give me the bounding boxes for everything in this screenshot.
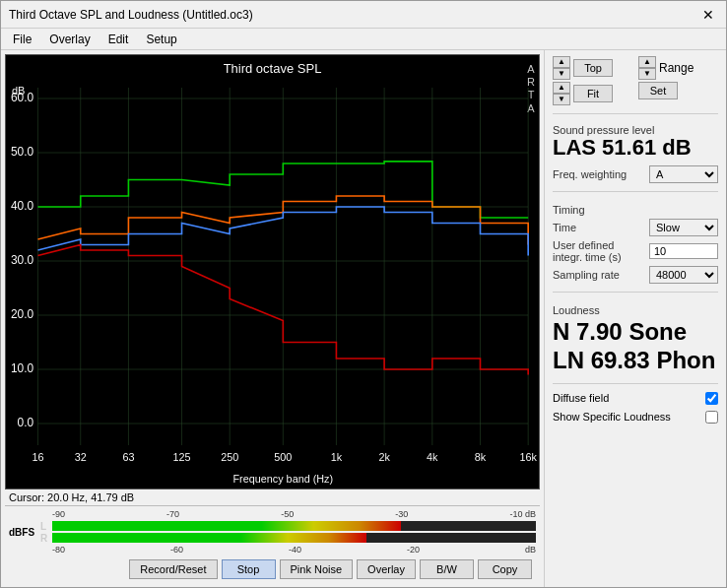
r-channel-label: R — [40, 533, 52, 544]
timing-section-label: Timing — [553, 204, 718, 216]
main-window: Third Octave SPL and Loudness (Untitled.… — [0, 0, 727, 588]
window-title: Third Octave SPL and Loudness (Untitled.… — [9, 8, 253, 22]
tick-l-10: -10 dB — [509, 509, 536, 519]
l-meter-bar — [52, 521, 536, 531]
tick-l-70: -70 — [166, 509, 179, 519]
svg-text:500: 500 — [274, 451, 292, 463]
chart-info-bar: Cursor: 20.0 Hz, 41.79 dB — [5, 490, 540, 505]
set-button[interactable]: Set — [638, 82, 678, 99]
tick-l-50: -50 — [281, 509, 294, 519]
main-content: Third octave SPL A R T A dB — [1, 50, 726, 587]
time-select[interactable]: Fast Slow — [649, 219, 718, 236]
loudness-ln-value: LN 69.83 Phon — [553, 347, 718, 375]
top-down-button[interactable]: ▼ — [553, 68, 570, 80]
range-up-button[interactable]: ▲ — [638, 56, 656, 68]
bottom-buttons: Record/Reset Stop Pink Noise Overlay B/W… — [5, 555, 540, 583]
svg-text:1k: 1k — [331, 451, 343, 463]
svg-text:0.0: 0.0 — [18, 416, 34, 429]
tick-l-30: -30 — [395, 509, 408, 519]
top-up-button[interactable]: ▲ — [553, 56, 570, 68]
diffuse-field-label: Diffuse field — [553, 392, 609, 404]
stop-button[interactable]: Stop — [222, 559, 276, 579]
range-down-button[interactable]: ▼ — [638, 68, 656, 80]
svg-text:125: 125 — [173, 451, 191, 463]
svg-text:8k: 8k — [475, 451, 487, 463]
svg-text:16: 16 — [32, 451, 43, 463]
svg-text:250: 250 — [221, 451, 238, 463]
diffuse-field-checkbox[interactable] — [705, 392, 718, 405]
svg-text:63: 63 — [122, 451, 134, 463]
time-row: Time Fast Slow — [553, 219, 718, 236]
fit-down-button[interactable]: ▼ — [553, 94, 570, 105]
chart-area: Third octave SPL A R T A dB — [1, 50, 544, 587]
show-specific-loudness-checkbox[interactable] — [705, 411, 718, 424]
range-label: Range — [659, 61, 694, 75]
level-meter-section: dBFS -90 -70 -50 -30 -10 dB L — [5, 505, 540, 555]
menu-setup[interactable]: Setup — [138, 31, 184, 48]
chart-svg: 60.0 50.0 40.0 30.0 20.0 10.0 0.0 16 32 … — [6, 55, 539, 489]
r-meter-fill — [52, 533, 366, 543]
close-button[interactable]: ✕ — [698, 5, 718, 25]
tick-r-80: -80 — [52, 545, 65, 555]
sidebar: ▲ ▼ Top ▲ ▼ Range ▲ ▼ — [544, 50, 726, 587]
svg-text:60.0: 60.0 — [11, 91, 33, 104]
diffuse-field-row: Diffuse field — [553, 392, 718, 405]
svg-text:16k: 16k — [519, 451, 537, 463]
fit-up-button[interactable]: ▲ — [553, 82, 570, 94]
svg-text:Frequency band (Hz): Frequency band (Hz) — [233, 473, 334, 485]
svg-text:4k: 4k — [427, 451, 438, 463]
copy-button[interactable]: Copy — [478, 559, 532, 579]
pink-noise-button[interactable]: Pink Noise — [280, 559, 354, 579]
menu-file[interactable]: File — [5, 31, 39, 48]
menu-bar: File Overlay Edit Setup — [1, 29, 726, 50]
bw-button[interactable]: B/W — [420, 559, 474, 579]
top-spin: ▲ ▼ — [553, 56, 570, 80]
l-meter-row: L — [40, 520, 536, 532]
menu-overlay[interactable]: Overlay — [41, 31, 98, 48]
tick-l-90: -90 — [52, 509, 65, 519]
svg-text:20.0: 20.0 — [11, 307, 33, 321]
svg-text:10.0: 10.0 — [11, 361, 33, 375]
fit-button[interactable]: Fit — [573, 85, 613, 102]
time-label: Time — [553, 222, 645, 233]
record-reset-button[interactable]: Record/Reset — [129, 559, 217, 579]
chart-container: Third octave SPL A R T A dB — [5, 54, 540, 490]
title-bar: Third Octave SPL and Loudness (Untitled.… — [1, 1, 726, 29]
r-meter-row: R — [40, 532, 536, 544]
top-button[interactable]: Top — [573, 59, 613, 77]
range-spin: ▲ ▼ — [638, 56, 656, 80]
fit-set-controls: ▲ ▼ Fit Set — [553, 82, 718, 105]
top-range-controls: ▲ ▼ Top ▲ ▼ Range — [553, 56, 718, 80]
freq-weighting-row: Freq. weighting A B C Z — [553, 165, 718, 183]
overlay-button[interactable]: Overlay — [357, 559, 416, 579]
spl-value: LAS 51.61 dB — [553, 136, 718, 160]
user-defined-row: User definedintegr. time (s) 10 — [553, 239, 718, 263]
fit-spin: ▲ ▼ — [553, 82, 570, 105]
menu-edit[interactable]: Edit — [100, 31, 137, 48]
svg-text:32: 32 — [75, 451, 87, 463]
tick-r-60: -60 — [170, 545, 183, 555]
user-defined-input[interactable]: 10 — [649, 243, 718, 259]
loudness-n-value: N 7.90 Sone — [553, 318, 718, 347]
dbfs-label: dBFS — [9, 527, 36, 538]
show-specific-loudness-label: Show Specific Loudness — [553, 411, 671, 423]
loudness-section-label: Loudness — [553, 304, 718, 316]
tick-r-40: -40 — [289, 545, 301, 555]
tick-r-db: dB — [525, 545, 536, 555]
sampling-rate-label: Sampling rate — [553, 269, 645, 281]
cursor-info: Cursor: 20.0 Hz, 41.79 dB — [9, 491, 134, 503]
freq-weighting-select[interactable]: A B C Z — [649, 165, 718, 183]
user-defined-label: User definedintegr. time (s) — [553, 239, 645, 263]
l-meter-fill — [52, 521, 401, 531]
sampling-rate-select[interactable]: 44100 48000 96000 — [649, 266, 718, 284]
loudness-section: Loudness N 7.90 Sone LN 69.83 Phon — [553, 300, 718, 375]
r-meter-bar — [52, 533, 536, 543]
show-specific-loudness-row: Show Specific Loudness — [553, 411, 718, 424]
svg-text:50.0: 50.0 — [11, 145, 33, 159]
l-channel-label: L — [40, 521, 52, 532]
sampling-rate-row: Sampling rate 44100 48000 96000 — [553, 266, 718, 284]
tick-r-20: -20 — [407, 545, 420, 555]
freq-weighting-label: Freq. weighting — [553, 168, 645, 180]
svg-text:30.0: 30.0 — [11, 253, 33, 267]
timing-section: Timing Time Fast Slow User definedintegr… — [553, 200, 718, 284]
